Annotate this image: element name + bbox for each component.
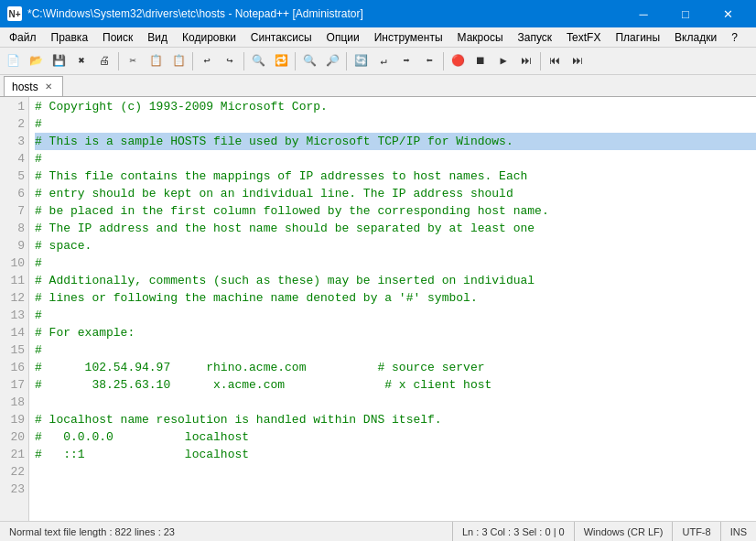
minimize-button[interactable]: ─ bbox=[622, 0, 664, 27]
line-number-3: 3 bbox=[4, 133, 25, 150]
status-mode: INS bbox=[721, 522, 756, 541]
tb-wrap[interactable]: ↵ bbox=[373, 50, 394, 72]
tab-bar: hosts ✕ bbox=[0, 75, 756, 97]
tb-macro-stop[interactable]: ⏹ bbox=[470, 50, 491, 72]
status-file-info: Normal text file length : 822 lines : 23 bbox=[0, 522, 453, 541]
title-bar: N+ *C:\Windows\System32\drivers\etc\host… bbox=[0, 0, 756, 27]
menu-item-синтаксисы[interactable]: Синтаксисы bbox=[243, 27, 319, 47]
tb-cut[interactable]: ✂ bbox=[122, 50, 144, 72]
line-number-14: 14 bbox=[4, 324, 25, 341]
status-position: Ln : 3 Col : 3 Sel : 0 | 0 bbox=[453, 522, 575, 541]
status-bar: Normal text file length : 822 lines : 23… bbox=[0, 521, 756, 541]
line-number-10: 10 bbox=[4, 254, 25, 272]
line-number-21: 21 bbox=[4, 446, 25, 463]
line-number-19: 19 bbox=[4, 411, 25, 428]
tb-save[interactable]: 💾 bbox=[48, 50, 70, 72]
line-number-13: 13 bbox=[4, 307, 25, 324]
tb-sep5 bbox=[346, 52, 347, 70]
close-button[interactable]: ✕ bbox=[707, 0, 749, 27]
menu-bar: ФайлПравкаПоискВидКодировкиСинтаксисыОпц… bbox=[0, 27, 756, 48]
line-number-1: 1 bbox=[4, 98, 25, 115]
tb-sync[interactable]: 🔄 bbox=[350, 50, 372, 72]
tb-find[interactable]: 🔍 bbox=[247, 50, 269, 72]
window-controls: ─ □ ✕ bbox=[622, 0, 749, 27]
tb-indent2[interactable]: ⬅ bbox=[418, 50, 440, 72]
line-number-8: 8 bbox=[4, 220, 25, 237]
line-number-23: 23 bbox=[4, 481, 25, 498]
line-number-12: 12 bbox=[4, 289, 25, 307]
menu-item-запуск[interactable]: Запуск bbox=[511, 27, 560, 47]
code-line-5: # This file contains the mappings of IP … bbox=[35, 168, 756, 185]
menu-item-файл[interactable]: Файл bbox=[2, 27, 44, 47]
line-number-18: 18 bbox=[4, 394, 25, 411]
code-line-14: # For example: bbox=[35, 324, 756, 341]
tb-copy[interactable]: 📋 bbox=[145, 50, 167, 72]
code-line-16: # 102.54.94.97 rhino.acme.com # source s… bbox=[35, 359, 756, 376]
tb-indent[interactable]: ➡ bbox=[395, 50, 417, 72]
code-line-9: # space. bbox=[35, 237, 756, 254]
line-number-15: 15 bbox=[4, 341, 25, 359]
status-charset: UTF-8 bbox=[673, 522, 720, 541]
menu-item-плагины[interactable]: Плагины bbox=[608, 27, 667, 47]
menu-item-опции[interactable]: Опции bbox=[319, 27, 367, 47]
maximize-button[interactable]: □ bbox=[664, 0, 707, 27]
code-line-6: # entry should be kept on an individual … bbox=[35, 185, 756, 202]
line-number-7: 7 bbox=[4, 202, 25, 220]
menu-item-textfx[interactable]: TextFX bbox=[559, 27, 608, 47]
line-number-2: 2 bbox=[4, 115, 25, 133]
line-number-22: 22 bbox=[4, 463, 25, 481]
status-line-ending: Windows (CR LF) bbox=[575, 522, 674, 541]
app-icon: N+ bbox=[7, 6, 22, 21]
tb-closeall[interactable]: ✖ bbox=[70, 50, 92, 72]
line-number-16: 16 bbox=[4, 359, 25, 376]
code-line-1: # Copyright (c) 1993-2009 Microsoft Corp… bbox=[35, 98, 756, 115]
tb-next[interactable]: ⏭ bbox=[567, 50, 589, 72]
menu-item-макросы[interactable]: Макросы bbox=[450, 27, 511, 47]
code-line-3: # This is a sample HOSTS file used by Mi… bbox=[35, 133, 756, 150]
code-line-21: # ::1 localhost bbox=[35, 446, 756, 463]
tab-close-button[interactable]: ✕ bbox=[42, 81, 55, 93]
menu-item-правка[interactable]: Правка bbox=[44, 27, 96, 47]
tb-sep3 bbox=[243, 52, 244, 70]
line-number-4: 4 bbox=[4, 150, 25, 168]
tb-paste[interactable]: 📋 bbox=[167, 50, 189, 72]
menu-item-кодировки[interactable]: Кодировки bbox=[175, 27, 243, 47]
code-line-13: # bbox=[35, 307, 756, 324]
code-line-8: # The IP address and the host name shoul… bbox=[35, 220, 756, 237]
tb-sep4 bbox=[295, 52, 296, 70]
line-number-20: 20 bbox=[4, 428, 25, 446]
tb-replace[interactable]: 🔁 bbox=[270, 50, 292, 72]
code-line-18 bbox=[35, 394, 756, 411]
line-number-9: 9 bbox=[4, 237, 25, 254]
tb-redo[interactable]: ↪ bbox=[219, 50, 241, 72]
window-title: *C:\Windows\System32\drivers\etc\hosts -… bbox=[27, 7, 622, 20]
line-number-5: 5 bbox=[4, 168, 25, 185]
menu-item-?[interactable]: ? bbox=[724, 27, 745, 47]
tb-sep6 bbox=[443, 52, 444, 70]
menu-item-вид[interactable]: Вид bbox=[140, 27, 175, 47]
tb-print[interactable]: 🖨 bbox=[93, 50, 115, 72]
tb-new[interactable]: 📄 bbox=[2, 50, 24, 72]
menu-item-поиск[interactable]: Поиск bbox=[95, 27, 140, 47]
tb-undo[interactable]: ↩ bbox=[196, 50, 218, 72]
code-line-12: # lines or following the machine name de… bbox=[35, 289, 756, 307]
tb-macro-run[interactable]: ⏭ bbox=[515, 50, 537, 72]
tb-sep7 bbox=[540, 52, 541, 70]
tb-macro-rec[interactable]: 🔴 bbox=[447, 50, 469, 72]
line-number-11: 11 bbox=[4, 272, 25, 289]
code-line-2: # bbox=[35, 115, 756, 133]
code-line-10: # bbox=[35, 254, 756, 272]
menu-item-инструменты[interactable]: Инструменты bbox=[367, 27, 450, 47]
tb-zoomout[interactable]: 🔎 bbox=[321, 50, 343, 72]
tb-prev[interactable]: ⏮ bbox=[544, 50, 566, 72]
menu-item-вкладки[interactable]: Вкладки bbox=[667, 27, 724, 47]
editor-content[interactable]: # Copyright (c) 1993-2009 Microsoft Corp… bbox=[29, 97, 756, 521]
tb-open[interactable]: 📂 bbox=[25, 50, 47, 72]
tb-zoomin[interactable]: 🔍 bbox=[298, 50, 320, 72]
tb-macro-play[interactable]: ▶ bbox=[492, 50, 514, 72]
code-line-17: # 38.25.63.10 x.acme.com # x client host bbox=[35, 376, 756, 394]
line-number-6: 6 bbox=[4, 185, 25, 202]
code-line-20: # 0.0.0.0 localhost bbox=[35, 428, 756, 446]
tb-sep1 bbox=[118, 52, 119, 70]
tab-hosts[interactable]: hosts ✕ bbox=[4, 76, 63, 96]
